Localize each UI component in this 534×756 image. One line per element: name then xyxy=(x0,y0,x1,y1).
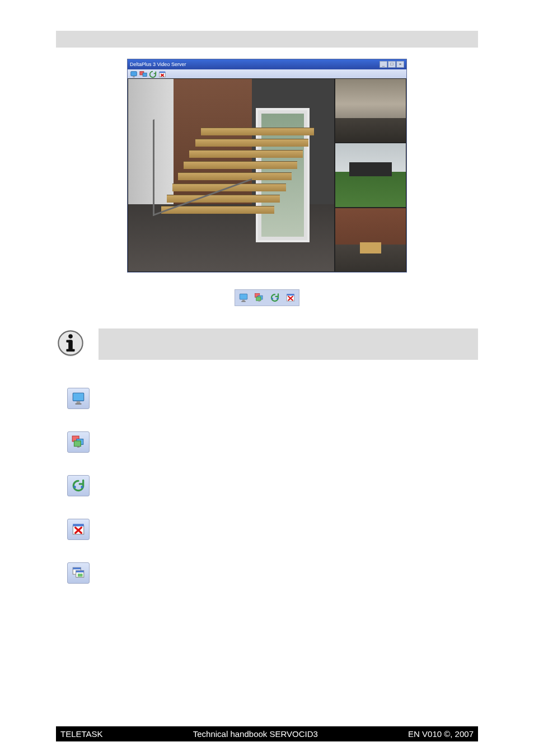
svg-point-14 xyxy=(277,298,278,299)
info-icon xyxy=(56,328,85,358)
icon-row-cascade xyxy=(56,562,478,584)
footer-center: Technical handbook SERVOCID3 xyxy=(103,729,408,739)
svg-rect-33 xyxy=(73,524,84,526)
minimize-button[interactable]: _ xyxy=(380,61,387,68)
figure-video-server-window: DeltaPlus 3 Video Server _ □ × xyxy=(56,59,478,273)
icon-row-multi-monitor xyxy=(56,431,478,453)
close-window-button[interactable]: × xyxy=(396,61,404,68)
window-title: DeltaPlus 3 Video Server xyxy=(130,62,186,67)
svg-rect-25 xyxy=(76,403,82,405)
svg-rect-29 xyxy=(77,447,79,448)
multi-monitor-icon xyxy=(67,431,90,453)
camera-pane-main[interactable] xyxy=(128,78,335,272)
svg-rect-6 xyxy=(240,294,247,299)
svg-rect-1 xyxy=(133,77,135,78)
toolbar-close-picture-icon[interactable] xyxy=(158,71,166,77)
svg-rect-23 xyxy=(73,393,84,401)
svg-rect-22 xyxy=(66,349,74,351)
svg-point-19 xyxy=(68,334,73,339)
toolbar-single-monitor-icon[interactable] xyxy=(130,71,138,77)
svg-rect-12 xyxy=(259,300,260,302)
svg-rect-11 xyxy=(256,297,261,301)
cycle-icon xyxy=(269,292,281,304)
toolbar-cycle-icon[interactable] xyxy=(149,71,157,77)
svg-rect-24 xyxy=(77,401,81,403)
video-grid xyxy=(128,78,406,272)
icon-description-list xyxy=(56,388,478,584)
icon-row-single-monitor xyxy=(56,388,478,409)
single-monitor-icon xyxy=(67,388,90,409)
single-monitor-icon xyxy=(237,292,250,304)
app-toolbar xyxy=(128,69,406,78)
info-note xyxy=(56,328,478,360)
cascade-icon xyxy=(67,562,90,584)
toolbar-multi-monitor-icon[interactable] xyxy=(139,71,147,77)
camera-pane-3[interactable] xyxy=(335,208,406,272)
svg-rect-37 xyxy=(76,571,84,572)
svg-rect-3 xyxy=(143,73,147,76)
footer-left: TELETASK xyxy=(60,729,103,739)
close-picture-icon xyxy=(284,292,297,304)
section-title-bar xyxy=(56,31,478,48)
close-picture-icon xyxy=(67,519,90,540)
camera-pane-2[interactable] xyxy=(335,143,406,207)
svg-rect-0 xyxy=(131,72,137,76)
svg-rect-21 xyxy=(66,340,72,342)
svg-rect-7 xyxy=(242,300,245,301)
multi-monitor-icon xyxy=(253,292,265,304)
icon-row-close-picture xyxy=(56,519,478,540)
footer-right: EN V010 ©, 2007 xyxy=(408,729,474,739)
svg-rect-16 xyxy=(287,294,294,295)
svg-rect-35 xyxy=(73,567,81,569)
cycle-icon xyxy=(67,475,90,496)
svg-point-30 xyxy=(73,486,76,488)
svg-point-13 xyxy=(271,298,273,299)
page-footer: TELETASK Technical handbook SERVOCID3 EN… xyxy=(56,726,478,741)
camera-pane-1[interactable] xyxy=(335,78,406,143)
svg-rect-28 xyxy=(74,441,81,447)
svg-rect-38 xyxy=(78,574,83,576)
svg-rect-5 xyxy=(160,72,166,73)
svg-rect-8 xyxy=(241,301,246,302)
svg-point-31 xyxy=(81,486,83,488)
window-titlebar: DeltaPlus 3 Video Server _ □ × xyxy=(128,59,406,69)
app-window: DeltaPlus 3 Video Server _ □ × xyxy=(127,59,407,273)
maximize-button[interactable]: □ xyxy=(388,61,396,68)
figure-toolbar-closeup xyxy=(56,289,478,306)
icon-row-cycle xyxy=(56,475,478,496)
